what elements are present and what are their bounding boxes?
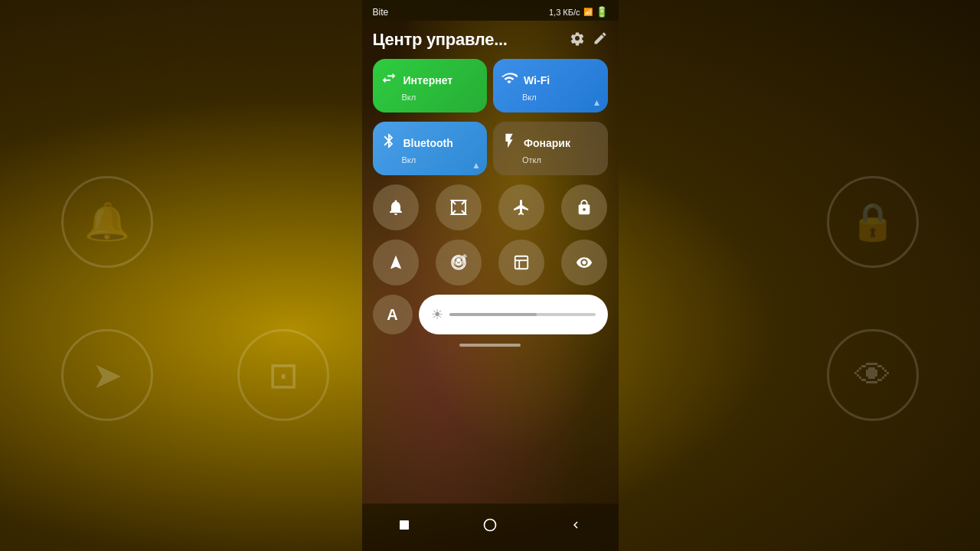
wifi-label: Wi-Fi <box>524 74 550 86</box>
edit-icon[interactable] <box>593 31 608 50</box>
control-center: Центр управле... <box>362 21 619 504</box>
bell-button[interactable] <box>373 184 419 230</box>
nav-bar <box>362 504 619 551</box>
location-button[interactable] <box>373 240 419 285</box>
wifi-arrow: ▲ <box>593 97 602 108</box>
bluetooth-arrow: ▲ <box>472 160 481 171</box>
status-right: 1,3 КБ/с 📶 🔋 <box>549 6 608 18</box>
nav-stop-button[interactable] <box>390 511 418 539</box>
cc-header-icons <box>570 31 608 50</box>
brightness-row: A ☀ <box>373 295 608 334</box>
battery-icon: 🔋 <box>596 6 608 18</box>
internet-status: Вкл <box>402 93 480 102</box>
lock-button[interactable] <box>561 184 607 230</box>
internet-icon <box>381 70 397 90</box>
toggle-row-1: Интернет Вкл Wi-Fi Вкл ▲ <box>373 59 608 112</box>
status-bar: Bite 1,3 КБ/с 📶 🔋 <box>362 0 619 21</box>
icon-row-2 <box>373 240 608 285</box>
nav-back-button[interactable] <box>562 511 590 539</box>
font-size-button[interactable]: A <box>373 295 413 334</box>
icon-row-1 <box>373 184 608 230</box>
home-indicator <box>459 344 521 347</box>
eye-button[interactable] <box>561 240 607 285</box>
nav-home-button[interactable] <box>476 511 504 539</box>
expand-button[interactable] <box>498 240 544 285</box>
brightness-sun-icon: ☀ <box>431 306 443 323</box>
wifi-icon <box>501 70 518 90</box>
phone-frame: Bite 1,3 КБ/с 📶 🔋 Центр управле... <box>362 0 619 551</box>
svg-rect-3 <box>515 256 528 269</box>
network-speed: 1,3 КБ/с <box>549 8 580 17</box>
bluetooth-icon <box>381 132 397 153</box>
bluetooth-label: Bluetooth <box>403 137 453 149</box>
toggle-row-2: Bluetooth Вкл ▲ Фонарик Откл <box>373 122 608 175</box>
font-icon: A <box>387 306 397 324</box>
cc-header: Центр управле... <box>373 30 608 50</box>
screenshot-button[interactable] <box>436 184 482 230</box>
flashlight-icon <box>501 132 518 153</box>
brightness-slider[interactable]: ☀ <box>419 295 608 334</box>
network-icons: 📶 <box>583 8 593 16</box>
brightness-bar-track <box>449 313 596 316</box>
wifi-status: Вкл <box>522 93 600 102</box>
bluetooth-toggle[interactable]: Bluetooth Вкл ▲ <box>373 122 488 175</box>
carrier-label: Bite <box>373 7 389 18</box>
internet-label: Интернет <box>403 74 453 86</box>
svg-rect-6 <box>400 520 409 530</box>
flashlight-label: Фонарик <box>524 137 570 149</box>
wifi-toggle[interactable]: Wi-Fi Вкл ▲ <box>493 59 608 112</box>
airplane-button[interactable] <box>498 184 544 230</box>
rotation-lock-button[interactable] <box>436 240 482 285</box>
flashlight-toggle[interactable]: Фонарик Откл <box>493 122 608 175</box>
svg-point-7 <box>484 520 495 531</box>
internet-toggle[interactable]: Интернет Вкл <box>373 59 488 112</box>
settings-icon[interactable] <box>570 31 585 50</box>
cc-title: Центр управле... <box>373 30 508 50</box>
flashlight-status: Откл <box>522 155 600 165</box>
bluetooth-status: Вкл <box>402 155 480 165</box>
